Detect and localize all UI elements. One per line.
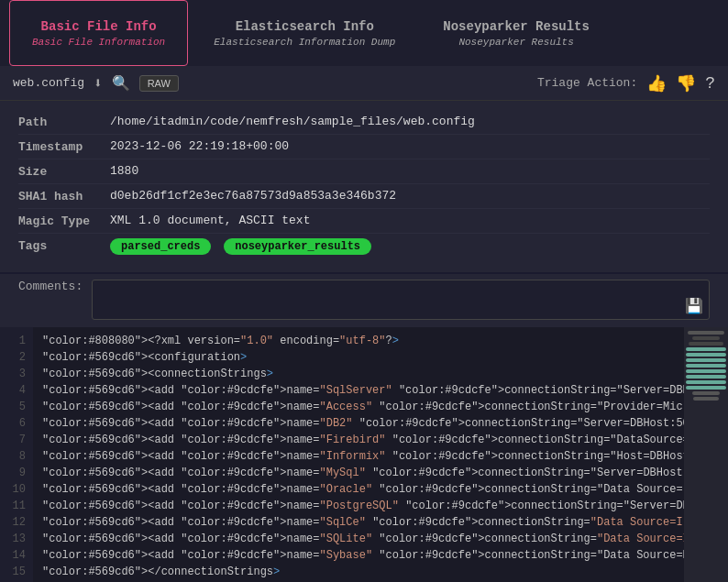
minimap-bar	[686, 353, 726, 357]
code-line: "color:#569cd6"><add "color:#9cdcfe">nam…	[42, 382, 684, 399]
tags-label: Tags	[18, 238, 110, 253]
line-number: 13	[7, 531, 26, 547]
line-number: 1	[7, 333, 26, 349]
code-line: "color:#569cd6"><add "color:#9cdcfe">nam…	[42, 399, 684, 415]
comments-label: Comments:	[18, 280, 83, 293]
magic-label: Magic Type	[18, 214, 110, 228]
sha1-label: SHA1 hash	[18, 189, 110, 203]
code-line: "color:#569cd6"><add "color:#9cdcfe">nam…	[42, 448, 684, 465]
triage-actions: Triage Action: 👍 👎 ?	[537, 73, 715, 93]
tags-value: parsed_creds noseyparker_results	[110, 238, 710, 255]
line-number: 7	[7, 432, 26, 448]
line-number: 10	[7, 481, 26, 498]
timestamp-label: Timestamp	[18, 139, 110, 154]
line-number: 15	[7, 564, 26, 580]
code-panel: 12345678910111213141516 "color:#808080">…	[0, 327, 728, 582]
code-line: "color:#569cd6"><add "color:#9cdcfe">nam…	[42, 498, 684, 514]
line-number: 9	[7, 465, 26, 481]
thumbs-down-icon[interactable]: 👎	[676, 73, 696, 93]
sha1-row: SHA1 hash d0eb26df1cf2e3ec76a87573d9a853…	[18, 184, 710, 209]
comments-section: Comments: 💾	[0, 274, 728, 327]
line-number: 4	[7, 382, 26, 399]
line-numbers: 12345678910111213141516	[0, 327, 33, 582]
search-icon[interactable]: 🔍	[112, 74, 130, 93]
minimap-bar	[688, 331, 724, 335]
minimap-bar	[686, 386, 726, 390]
minimap-bar	[686, 347, 726, 351]
minimap-bar	[692, 391, 720, 395]
line-number: 6	[7, 415, 26, 432]
size-label: Size	[18, 164, 110, 179]
minimap-bar	[686, 369, 726, 373]
magic-value: XML 1.0 document, ASCII text	[110, 214, 710, 227]
raw-button[interactable]: RAW	[139, 75, 179, 92]
timestamp-value: 2023-12-06 22:19:18+00:00	[110, 139, 710, 153]
sha1-value: d0eb26df1cf2e3ec76a87573d9a853a3e346b372	[110, 189, 710, 203]
line-number: 2	[7, 349, 26, 366]
line-number: 11	[7, 498, 26, 514]
thumbs-up-icon[interactable]: 👍	[646, 73, 667, 93]
size-row: Size 1880	[18, 159, 710, 184]
magic-row: Magic Type XML 1.0 document, ASCII text	[18, 209, 710, 234]
code-line: "color:#569cd6"><configuration>	[42, 349, 684, 366]
triage-label: Triage Action:	[537, 76, 637, 90]
code-line: "color:#569cd6"><add "color:#9cdcfe">nam…	[42, 481, 684, 498]
line-number: 12	[7, 514, 26, 531]
download-icon[interactable]: ⬇	[94, 74, 103, 93]
tab-basic-file-info[interactable]: Basic File Info Basic File Information	[9, 0, 188, 66]
line-number: 14	[7, 547, 26, 564]
line-number: 5	[7, 399, 26, 415]
tab-nosey-secondary-label: Noseyparker Results	[458, 37, 573, 48]
code-content: "color:#808080"><?xml version="1.0" enco…	[33, 327, 684, 582]
tab-elastic-primary-label: Elasticsearch Info	[236, 19, 374, 34]
save-icon[interactable]: 💾	[685, 297, 703, 315]
code-line: "color:#569cd6"><add "color:#9cdcfe">nam…	[42, 531, 684, 547]
tab-basic-secondary-label: Basic File Information	[32, 37, 165, 48]
code-line: "color:#569cd6"><add "color:#9cdcfe">nam…	[42, 514, 684, 531]
code-line: "color:#569cd6"><connectionStrings>	[42, 366, 684, 382]
timestamp-row: Timestamp 2023-12-06 22:19:18+00:00	[18, 135, 710, 159]
tags-row: Tags parsed_creds noseyparker_results	[18, 234, 710, 259]
size-value: 1880	[110, 164, 710, 178]
code-line: "color:#569cd6"><add "color:#9cdcfe">nam…	[42, 432, 684, 448]
minimap-bar	[686, 364, 726, 368]
code-minimap	[684, 327, 728, 582]
path-row: Path /home/itadmin/code/nemfresh/sample_…	[18, 110, 710, 135]
top-navigation: Basic File Info Basic File Information E…	[0, 0, 728, 66]
file-info-panel: Path /home/itadmin/code/nemfresh/sample_…	[0, 101, 728, 274]
minimap-bar	[686, 358, 726, 362]
tab-basic-primary-label: Basic File Info	[41, 19, 157, 34]
code-line: "color:#569cd6"><add "color:#9cdcfe">nam…	[42, 547, 684, 564]
help-icon[interactable]: ?	[705, 74, 715, 93]
line-number: 8	[7, 448, 26, 465]
tab-nosey-primary-label: Noseyparker Results	[443, 19, 590, 34]
minimap-bar	[689, 342, 723, 346]
line-number: 3	[7, 366, 26, 382]
path-value: /home/itadmin/code/nemfresh/sample_files…	[110, 115, 710, 128]
tag-noseyparker-results[interactable]: noseyparker_results	[224, 238, 371, 255]
comments-box[interactable]: 💾	[92, 280, 710, 320]
code-line: "color:#569cd6"><add "color:#9cdcfe">nam…	[42, 415, 684, 432]
minimap-bar	[692, 336, 720, 340]
toolbar: web.config ⬇ 🔍 RAW Triage Action: 👍 👎 ?	[0, 66, 728, 101]
tag-parsed-creds[interactable]: parsed_creds	[110, 238, 211, 255]
tab-noseyparker-results[interactable]: Noseyparker Results Noseyparker Results	[421, 0, 612, 66]
path-label: Path	[18, 115, 110, 129]
code-line: "color:#569cd6"></connectionStrings>	[42, 564, 684, 580]
minimap-bar	[686, 380, 726, 384]
tab-elasticsearch-info[interactable]: Elasticsearch Info Elasticsearch Informa…	[192, 0, 417, 66]
tab-elastic-secondary-label: Elasticsearch Information Dump	[214, 37, 395, 48]
filename-label: web.config	[13, 76, 84, 90]
minimap-bar	[693, 397, 719, 401]
code-line: "color:#569cd6"><add "color:#9cdcfe">nam…	[42, 465, 684, 481]
code-line: "color:#808080"><?xml version="1.0" enco…	[42, 333, 684, 349]
minimap-bar	[686, 375, 726, 379]
